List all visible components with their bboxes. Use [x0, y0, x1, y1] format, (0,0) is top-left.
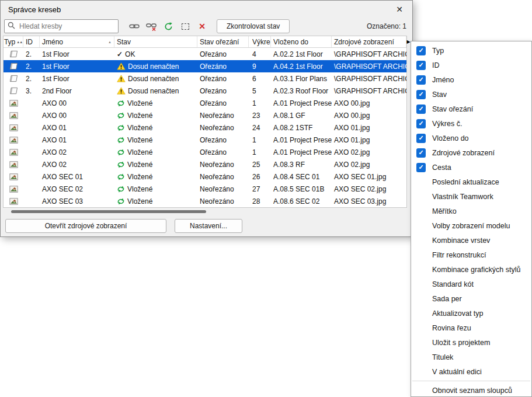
cell-crop-status: Ořezáno	[197, 60, 249, 72]
relink-marquee-icon[interactable]	[178, 20, 192, 33]
delete-icon[interactable]: ✕	[195, 20, 209, 33]
title-bar[interactable]: Správce kreseb ✕	[1, 1, 412, 18]
cell-id	[23, 109, 40, 121]
image-type-icon	[9, 198, 18, 205]
search-box[interactable]	[4, 19, 119, 33]
menu-item[interactable]: ✓ Vlastník Teamwork	[411, 189, 531, 204]
scrollbar-thumb[interactable]	[11, 210, 206, 213]
menu-item[interactable]: ✓ Kombinace grafických stylů	[411, 262, 531, 277]
cell-drawing-number: 24	[249, 121, 271, 134]
col-header-typ[interactable]: Typ ▲▲	[4, 36, 23, 47]
cell-placed-to: A.08.2 1STF	[271, 121, 332, 134]
image-type-icon	[9, 124, 18, 131]
cell-placed-to: A.01 Project Prese...	[271, 134, 332, 146]
menu-item[interactable]: ✓ Cesta	[411, 160, 531, 175]
table-row[interactable]: AXO 02 ✓ Vložené Neořezáno 25 A.08.3 RF …	[4, 158, 406, 170]
menu-item[interactable]: ✓ Měřítko	[411, 204, 531, 218]
close-icon[interactable]: ✕	[387, 1, 412, 18]
col-header-name[interactable]: Jméno ▲	[40, 36, 114, 47]
table-row[interactable]: 2. 1st Floor ✓ Dosud nenačten Ořezáno 6 …	[4, 72, 406, 85]
update-status-icon[interactable]	[161, 20, 175, 33]
checkbox-checked-icon: ✓	[416, 46, 426, 55]
search-input[interactable]	[18, 22, 115, 31]
warning-icon	[117, 75, 126, 82]
menu-item[interactable]: ✓ Stav ořezání	[411, 102, 531, 116]
cell-placed-to: A.01 Project Prese...	[271, 146, 332, 158]
menu-item[interactable]: ✓ Rovina řezu	[411, 321, 531, 335]
menu-item[interactable]: ✓ Sada per	[411, 291, 531, 306]
cell-source-view: AXO 02.jpg	[332, 146, 406, 158]
table-row[interactable]: AXO 02 ✓ Vložené Ořezáno 1 A.01 Project …	[4, 146, 406, 158]
status-text: Vložené	[127, 99, 152, 107]
open-source-view-button[interactable]: Otevřít zdrojové zobrazení	[5, 219, 166, 233]
col-header-crop[interactable]: Stav ořezání	[197, 36, 249, 47]
cell-placed-to: A.08.6 SEC 02	[271, 195, 332, 207]
menu-item[interactable]: ✓ ID	[411, 58, 531, 72]
cell-drawing-number: 26	[249, 170, 271, 183]
cell-source-view: AXO SEC 03.jpg	[332, 195, 406, 207]
warning-icon	[117, 87, 126, 95]
table-row[interactable]: 2. 1st Floor ✓ OK Ořezáno 4 A.02.2 1st F…	[4, 48, 406, 60]
break-link-icon[interactable]	[144, 20, 158, 33]
update-arrows-icon	[117, 99, 125, 107]
menu-item[interactable]: ✓ Uložit s projektem	[411, 335, 531, 350]
warning-icon	[117, 62, 126, 70]
menu-item[interactable]: ✓ Kombinace vrstev	[411, 233, 531, 248]
menu-item[interactable]: ✓ Vloženo do	[411, 131, 531, 145]
drawing-type-icon	[9, 62, 18, 70]
link-drawing-icon[interactable]	[127, 20, 141, 33]
menu-item[interactable]: ✓ Obnovit seznam sloupců	[411, 383, 531, 397]
table-row[interactable]: 3. 2nd Floor ✓ Dosud nenačten Ořezáno 5 …	[4, 85, 406, 97]
cell-placed-to: A.02.2 1st Floor	[271, 48, 332, 60]
table-row[interactable]: AXO SEC 02 ✓ Vložené Neořezáno 27 A.08.5…	[4, 183, 406, 195]
col-header-id[interactable]: ID	[23, 36, 40, 47]
cell-crop-status: Neořezáno	[197, 170, 249, 183]
menu-item[interactable]: ✓ Filtr rekonstrukcí	[411, 248, 531, 262]
menu-item[interactable]: ✓ Volby zobrazení modelu	[411, 218, 531, 233]
menu-item[interactable]: ✓ Stav	[411, 87, 531, 102]
table-row[interactable]: AXO 01 ✓ Vložené Ořezáno 1 A.01 Project …	[4, 134, 406, 146]
status-text: Vložené	[127, 124, 152, 132]
settings-button[interactable]: Nastavení...	[175, 219, 242, 233]
cell-drawing-number: 1	[249, 134, 271, 146]
cell-id: 2.	[23, 48, 40, 60]
cell-type	[4, 85, 23, 97]
menu-item[interactable]: ✓ Standard kót	[411, 277, 531, 291]
status-text: Vložené	[127, 148, 152, 156]
cell-name: AXO 02	[40, 158, 114, 170]
table-row[interactable]: 2. 1st Floor ✓ Dosud nenačten Ořezáno 9 …	[4, 60, 406, 72]
table-row[interactable]: AXO SEC 03 ✓ Vložené Neořezáno 28 A.08.6…	[4, 195, 406, 207]
cell-drawing-number: 25	[249, 158, 271, 170]
update-arrows-icon	[117, 161, 125, 169]
table-row[interactable]: AXO SEC 01 ✓ Vložené Neořezáno 26 A.08.4…	[4, 170, 406, 183]
col-header-placed[interactable]: Vloženo do	[271, 36, 332, 47]
cell-id	[23, 170, 40, 183]
col-header-source[interactable]: Zdrojové zobrazení	[332, 36, 406, 47]
menu-item[interactable]: ✓ Titulek	[411, 350, 531, 364]
cell-drawing-number: 4	[249, 48, 271, 60]
cell-type	[4, 97, 23, 109]
menu-item[interactable]: ✓ V aktuální edici	[411, 364, 531, 379]
cell-crop-status: Neořezáno	[197, 158, 249, 170]
cell-drawing-number: 1	[249, 97, 271, 109]
menu-item[interactable]: ✓ Výkres č.	[411, 116, 531, 131]
menu-item[interactable]: ✓ Jméno	[411, 72, 531, 87]
drawing-type-icon	[9, 75, 18, 82]
image-type-icon	[9, 137, 18, 144]
menu-item[interactable]: ✓ Zdrojové zobrazení	[411, 145, 531, 160]
menu-item[interactable]: ✓ Aktualizovat typ	[411, 306, 531, 321]
cell-type	[4, 121, 23, 134]
menu-item[interactable]: ✓ Poslední aktualizace	[411, 175, 531, 189]
cell-type	[4, 72, 23, 85]
table-row[interactable]: AXO 00 ✓ Vložené Ořezáno 1 A.01 Project …	[4, 97, 406, 109]
check-status-button[interactable]: Zkontrolovat stav	[217, 19, 290, 33]
col-header-status[interactable]: Stav	[114, 36, 197, 47]
status-text: Vložené	[127, 136, 152, 144]
cell-source-view: AXO SEC 01.jpg	[332, 170, 406, 183]
col-header-number[interactable]: Výkres...	[249, 36, 271, 47]
horizontal-scrollbar[interactable]	[3, 208, 407, 214]
table-row[interactable]: AXO 00 ✓ Vložené Neořezáno 23 A.08.1 GF …	[4, 109, 406, 121]
image-type-icon	[9, 161, 18, 168]
menu-item[interactable]: ✓ Typ	[411, 43, 531, 58]
table-row[interactable]: AXO 01 ✓ Vložené Neořezáno 24 A.08.2 1ST…	[4, 121, 406, 134]
